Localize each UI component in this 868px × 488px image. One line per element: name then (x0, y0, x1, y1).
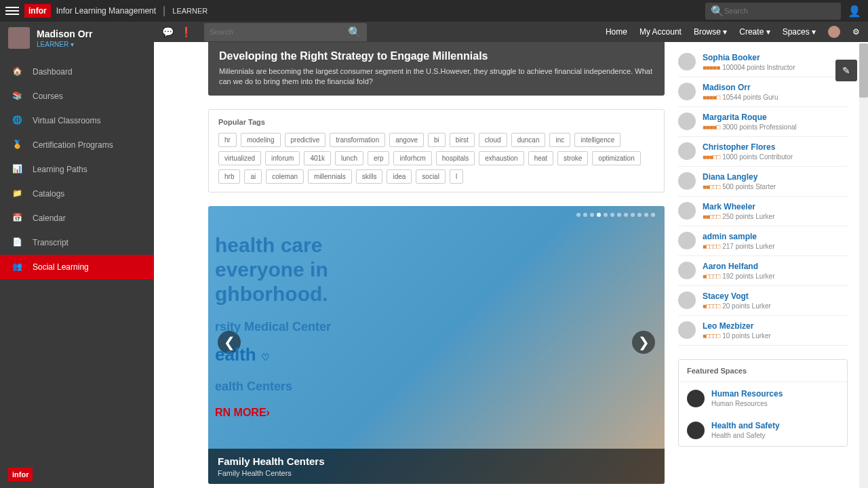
tag-duncan[interactable]: duncan (511, 133, 546, 147)
tag-cloud[interactable]: cloud (479, 133, 507, 147)
leaderboard-person[interactable]: Aaron Helfand■□□□□192 points Lurker (678, 256, 848, 286)
tag-erp[interactable]: erp (368, 151, 389, 165)
tag-heat[interactable]: heat (528, 151, 553, 165)
tag-inforhcm[interactable]: inforhcm (393, 151, 431, 165)
alert-icon[interactable]: ❗ (180, 26, 192, 37)
tag-401k[interactable]: 401k (304, 151, 331, 165)
featured-space[interactable]: Health and SafetyHealth and Safety (679, 414, 847, 446)
space-name[interactable]: Health and Safety (711, 421, 780, 430)
person-name[interactable]: Mark Wheeler (703, 202, 774, 211)
sidebar-item-learning-paths[interactable]: 📊Learning Paths (0, 157, 154, 182)
avatar[interactable] (8, 27, 30, 49)
tag-predictive[interactable]: predictive (285, 133, 326, 147)
carousel-dot[interactable] (610, 213, 614, 217)
tag-ai[interactable]: ai (244, 169, 262, 184)
nav-link-spaces[interactable]: Spaces ▾ (783, 27, 816, 37)
tag-hospitals[interactable]: hospitals (436, 151, 475, 165)
carousel-dot[interactable] (604, 213, 608, 217)
leaderboard-person[interactable]: Mark Wheeler■■□□□250 points Lurker (678, 197, 848, 226)
compose-button[interactable]: ✎ (835, 60, 857, 81)
tag-optimization[interactable]: optimization (592, 151, 640, 165)
hamburger-icon[interactable] (5, 4, 19, 18)
tag-intelligence[interactable]: intelligence (574, 133, 620, 147)
tag-transformation[interactable]: transformation (330, 133, 385, 147)
nav-label: Virtual Classrooms (33, 116, 100, 125)
carousel-dot[interactable] (644, 213, 648, 217)
carousel-dot[interactable] (576, 213, 580, 217)
hero-banner[interactable]: Developing the Right Strategy to Engage … (208, 42, 665, 96)
sidebar-item-courses[interactable]: 📚Courses (0, 84, 154, 108)
tag-idea[interactable]: idea (387, 169, 412, 184)
sidebar-item-calendar[interactable]: 📅Calendar (0, 206, 154, 230)
space-name[interactable]: Human Resources (711, 389, 783, 399)
global-search[interactable]: 🔍 (705, 3, 841, 20)
tag-coleman[interactable]: coleman (266, 169, 304, 184)
person-name[interactable]: Margarita Roque (703, 113, 797, 122)
leaderboard-person[interactable]: Madison Orr■■■■□10544 points Guru (678, 77, 848, 107)
user-icon[interactable]: 👤 (848, 5, 861, 18)
content-search-input[interactable] (210, 28, 348, 36)
leaderboard-person[interactable]: Diana Langley■■□□□500 points Starter (678, 167, 848, 197)
global-search-input[interactable] (724, 7, 835, 15)
leaderboard-person[interactable]: Stacey Vogt■□□□□20 points Lurker (678, 286, 848, 316)
leaderboard-person[interactable]: Sophia Booker■■■■■100004 points Instruct… (678, 47, 848, 77)
nav-link-browse[interactable]: Browse ▾ (694, 27, 727, 37)
tag-l[interactable]: l (450, 169, 463, 184)
carousel-dot[interactable] (631, 213, 635, 217)
content-search[interactable]: 🔍 (204, 23, 367, 41)
scrollbar-thumb[interactable] (859, 43, 868, 98)
person-name[interactable]: Leo Mezbizer (703, 321, 771, 331)
tag-social[interactable]: social (416, 169, 446, 184)
carousel-dot[interactable] (637, 213, 642, 217)
nav-label: Social Learning (33, 262, 89, 272)
featured-space[interactable]: Human ResourcesHuman Resources (679, 382, 847, 414)
tag-hr[interactable]: hr (218, 133, 237, 147)
nav-link-home[interactable]: Home (606, 27, 627, 37)
sidebar-item-catalogs[interactable]: 📁Catalogs (0, 182, 154, 206)
nav-link-create[interactable]: Create ▾ (739, 27, 770, 37)
sidebar-item-certification-programs[interactable]: 🏅Certification Programs (0, 133, 154, 157)
carousel-dot[interactable] (590, 213, 594, 217)
chat-icon[interactable]: 💬 (162, 26, 174, 37)
tag-hrb[interactable]: hrb (218, 169, 240, 184)
hero-body: Millennials are becoming the largest con… (219, 66, 654, 87)
tag-angove[interactable]: angove (389, 133, 424, 147)
person-name[interactable]: Sophia Booker (703, 53, 795, 62)
carousel-dot[interactable] (583, 213, 587, 217)
sidebar-item-transcript[interactable]: 📄Transcript (0, 230, 154, 255)
tag-birst[interactable]: birst (450, 133, 475, 147)
leaderboard-person[interactable]: Leo Mezbizer■□□□□10 points Lurker (678, 316, 848, 346)
person-name[interactable]: Stacey Vogt (703, 291, 771, 301)
scrollbar-track[interactable] (859, 43, 868, 488)
person-name[interactable]: Madison Orr (703, 83, 778, 92)
person-name[interactable]: Aaron Helfand (703, 262, 774, 271)
leaderboard-person[interactable]: Margarita Roque■■■■□3000 points Professi… (678, 107, 848, 137)
carousel-next[interactable]: ❯ (632, 331, 655, 354)
leaderboard-person[interactable]: Christopher Flores■■■□□1000 points Contr… (678, 137, 848, 167)
person-name[interactable]: Diana Langley (703, 172, 776, 182)
tag-lunch[interactable]: lunch (335, 151, 363, 165)
tag-inforum[interactable]: inforum (265, 151, 300, 165)
nav-link-my[interactable]: My Account (639, 27, 682, 37)
user-role[interactable]: LEARNER ▾ (37, 41, 92, 48)
tag-skills[interactable]: skills (356, 169, 383, 184)
carousel-dot[interactable] (597, 213, 601, 217)
tag-virtualized[interactable]: virtualized (218, 151, 261, 165)
tag-bi[interactable]: bi (428, 133, 446, 147)
person-name[interactable]: Christopher Flores (703, 142, 793, 152)
carousel-dot[interactable] (624, 213, 628, 217)
sidebar-item-social-learning[interactable]: 👥Social Learning (0, 255, 154, 279)
tag-millennials[interactable]: millennials (308, 169, 352, 184)
person-name[interactable]: admin sample (703, 232, 774, 241)
sidebar-item-dashboard[interactable]: 🏠Dashboard (0, 60, 154, 84)
sidebar-item-virtual-classrooms[interactable]: 🌐Virtual Classrooms (0, 108, 154, 133)
carousel-dot[interactable] (617, 213, 621, 217)
tag-exhaustion[interactable]: exhaustion (479, 151, 524, 165)
leaderboard-person[interactable]: admin sample■□□□□217 points Lurker (678, 226, 848, 256)
carousel-dot[interactable] (651, 213, 655, 217)
header-avatar[interactable] (828, 26, 840, 38)
tag-modeling[interactable]: modeling (241, 133, 281, 147)
gear-icon[interactable]: ⚙ (852, 27, 860, 37)
tag-stroke[interactable]: stroke (557, 151, 588, 165)
tag-inc[interactable]: inc (549, 133, 570, 147)
